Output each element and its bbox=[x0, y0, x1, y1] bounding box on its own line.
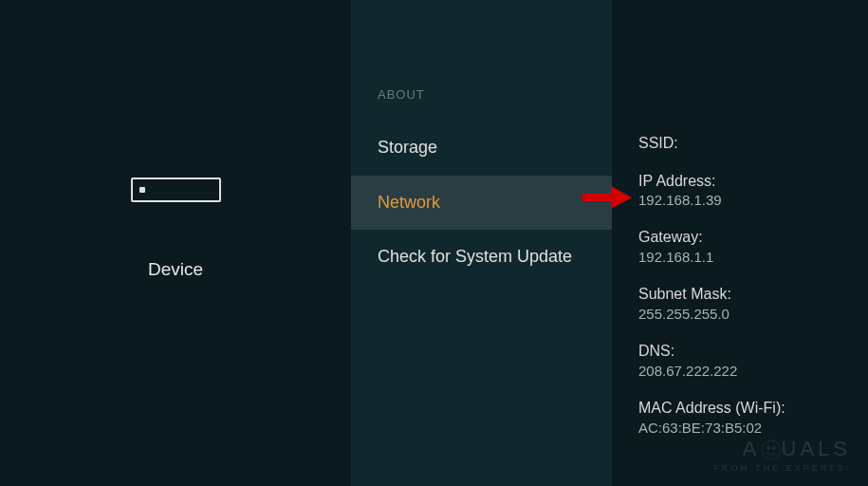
info-label: SSID: bbox=[638, 133, 868, 154]
info-value: 192.168.1.39 bbox=[638, 191, 868, 210]
info-value: AC:63:BE:73:B5:02 bbox=[638, 419, 868, 438]
section-header: ABOUT bbox=[351, 87, 612, 121]
menu-item-network[interactable]: Network bbox=[351, 176, 612, 231]
info-label: DNS: bbox=[638, 341, 868, 362]
info-mac-address: MAC Address (Wi-Fi): AC:63:BE:73:B5:02 bbox=[638, 398, 868, 438]
menu-item-storage[interactable]: Storage bbox=[351, 121, 612, 176]
info-dns: DNS: 208.67.222.222 bbox=[638, 341, 868, 381]
info-label: Subnet Mask: bbox=[638, 284, 868, 305]
device-icon bbox=[131, 178, 221, 202]
info-ip-address: IP Address: 192.168.1.39 bbox=[638, 171, 868, 211]
info-gateway: Gateway: 192.168.1.1 bbox=[638, 227, 868, 267]
left-panel: Device bbox=[0, 0, 351, 486]
info-subnet-mask: Subnet Mask: 255.255.255.0 bbox=[638, 284, 868, 324]
about-menu-panel: ABOUT Storage Network Check for System U… bbox=[351, 0, 612, 486]
device-icon-wrap bbox=[131, 178, 221, 202]
device-label: Device bbox=[148, 259, 203, 280]
menu-item-check-update[interactable]: Check for System Update bbox=[351, 230, 612, 285]
details-panel: SSID: IP Address: 192.168.1.39 Gateway: … bbox=[612, 0, 868, 486]
info-label: MAC Address (Wi-Fi): bbox=[638, 398, 868, 419]
info-value: 208.67.222.222 bbox=[638, 362, 868, 381]
info-label: IP Address: bbox=[638, 171, 868, 192]
info-value: 192.168.1.1 bbox=[638, 248, 868, 267]
info-value: 255.255.255.0 bbox=[638, 305, 868, 324]
info-ssid: SSID: bbox=[638, 133, 868, 154]
info-label: Gateway: bbox=[638, 227, 868, 248]
